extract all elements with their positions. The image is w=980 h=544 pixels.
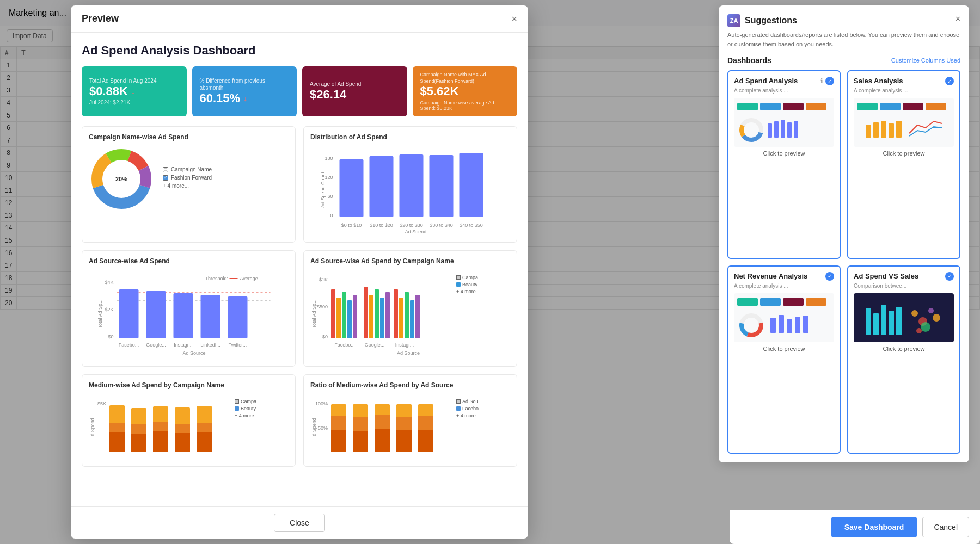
svg-text:$40 to $50: $40 to $50 [460,222,483,228]
svg-rect-111 [787,122,792,138]
cancel-button[interactable]: Cancel [922,517,969,537]
dash-card-2-click: Click to preview [854,150,954,157]
customize-link[interactable]: Customize Columns Used [891,57,960,64]
svg-text:$5K: $5K [97,401,106,406]
campaign-chart-wrapper: Total Ad Sp... $1K $500 $0 [310,270,510,357]
chart-medium: Medium-wise Ad Spend by Campaign Name d … [82,374,296,467]
svg-rect-47 [331,289,335,338]
svg-text:$30 to $40: $30 to $40 [430,222,453,228]
svg-rect-60 [410,300,414,338]
svg-text:$2K: $2K [105,307,113,312]
svg-text:Ad Spend Count: Ad Spend Count [320,171,326,208]
info-icon-1[interactable]: ℹ [820,77,823,85]
svg-text:60: 60 [327,194,333,199]
svg-text:$0: $0 [108,334,113,339]
modal-close-button[interactable]: × [511,14,517,24]
svg-rect-97 [396,430,412,452]
chart-campaign: Ad Source-wise Ad Spend by Campaign Name… [303,250,517,367]
suggestions-title: Suggestions [745,16,797,26]
kpi-sub-1: Jul 2024: $2.21K [89,100,179,106]
dash-card-3-header: Net Revenue Analysis ✓ [734,272,834,281]
chart-title-donut: Campaign Name-wise Ad Spend [89,133,289,141]
dash-card-4-click: Click to preview [854,345,954,352]
chart-title-source: Ad Source-wise Ad Spend [89,257,289,265]
kpi-value-4: $5.62K [420,84,510,98]
svg-rect-103 [783,103,804,110]
charts-row-1: Campaign Name-wise Ad Spend 20% □ [82,126,517,243]
svg-rect-131 [787,319,792,333]
dist-chart-svg: 180 120 60 0 Ad Spend Count $0 to $10 $1… [310,146,510,233]
dash-card-4-title: Ad Spend VS Sales [854,272,945,280]
modal-footer: Close [71,506,528,539]
svg-rect-53 [369,295,373,338]
dash-card-2-icons: ✓ [945,77,954,85]
svg-rect-94 [375,429,390,452]
dash-card-revenue[interactable]: Net Revenue Analysis ✓ A complete analys… [727,265,841,454]
chart-title-campaign: Ad Source-wise Ad Spend by Campaign Name [310,257,510,265]
chart-title-ratio: Ratio of Medium-wise Ad Spend by Ad Sour… [310,381,510,389]
suggestions-title-row: ZA Suggestions [727,14,797,27]
svg-text:Ad Source: Ad Source [182,350,205,356]
donut-container: 20% □ Campaign Name ✓ Fashion Forward + … [89,146,289,212]
chart-title-dist: Distribution of Ad Spend [310,133,510,141]
svg-text:d Spend: d Spend [311,418,317,436]
kpi-label-2: % Difference from previous absmonth [200,77,290,91]
svg-rect-116 [926,103,946,110]
svg-text:120: 120 [324,175,333,180]
svg-rect-130 [779,315,784,333]
legend-checkbox-1: □ [163,167,168,172]
svg-point-139 [911,310,918,317]
svg-rect-88 [331,430,346,452]
svg-text:Google...: Google... [146,342,166,348]
svg-rect-52 [364,287,368,338]
kpi-row: Total Ad Spend In Aug 2024 $0.88K ↓ Jul … [82,66,517,116]
kpi-arrow-1: ↓ [131,87,135,96]
svg-rect-122 [737,298,758,306]
dash-card-sales[interactable]: Sales Analysis ✓ A complete analysis ... [847,70,960,259]
svg-rect-109 [774,121,779,138]
dash-card-1-header: Ad Spend Analysis ℹ ✓ [734,77,834,85]
kpi-value-1: $0.88K [89,84,128,98]
dashboards-header: Dashboards Customize Columns Used [727,56,960,65]
svg-rect-118 [873,122,879,138]
dash-card-2-title: Sales Analysis [854,77,945,85]
check-icon-2: ✓ [945,77,954,85]
svg-rect-13 [370,156,394,217]
svg-rect-101 [737,103,758,110]
svg-rect-100 [418,430,433,452]
dash-card-1-click: Click to preview [734,150,834,157]
dash-card-3-title: Net Revenue Analysis [734,272,825,280]
svg-rect-57 [394,289,398,338]
svg-rect-134 [866,308,871,335]
svg-rect-34 [174,293,193,338]
dash-card-2-header: Sales Analysis ✓ [854,77,954,85]
svg-rect-117 [866,125,871,138]
svg-rect-110 [781,120,785,138]
kpi-card-2: % Difference from previous absmonth 60.1… [192,66,297,116]
save-dashboard-button[interactable]: Save Dashboard [831,517,917,537]
kpi-card-4: Campaign Name with MAX Ad Spend(Fashion … [413,66,518,116]
svg-rect-79 [175,433,190,452]
dash-card-vs-sales[interactable]: Ad Spend VS Sales ✓ Comparison betwee... [847,265,960,454]
svg-rect-114 [880,103,901,110]
dash-card-1-sub: A complete analysis ... [734,88,834,94]
svg-text:Total Ad Sp...: Total Ad Sp... [97,299,103,328]
suggestions-close-button[interactable]: × [955,14,960,24]
svg-rect-32 [119,289,139,338]
kpi-card-3: Average of Ad Spend $26.14 [302,66,407,116]
close-button[interactable]: Close [274,514,325,532]
dash-card-ad-spend[interactable]: Ad Spend Analysis ℹ ✓ A complete analysi… [727,70,841,259]
svg-text:d Spend: d Spend [90,418,95,436]
svg-text:Instagr...: Instagr... [174,342,193,348]
svg-point-144 [916,328,922,333]
svg-text:$1K: $1K [319,277,328,282]
svg-rect-49 [342,292,346,338]
svg-rect-123 [760,298,781,306]
svg-text:Facebo...: Facebo... [334,342,355,348]
dash-card-3-icons: ✓ [825,272,834,281]
svg-rect-51 [353,295,357,338]
svg-text:100%: 100% [315,401,328,406]
legend-label-3: + 4 more... [163,183,189,189]
chart-title-medium: Medium-wise Ad Spend by Campaign Name [89,381,289,389]
legend-item-3: + 4 more... [163,183,212,189]
